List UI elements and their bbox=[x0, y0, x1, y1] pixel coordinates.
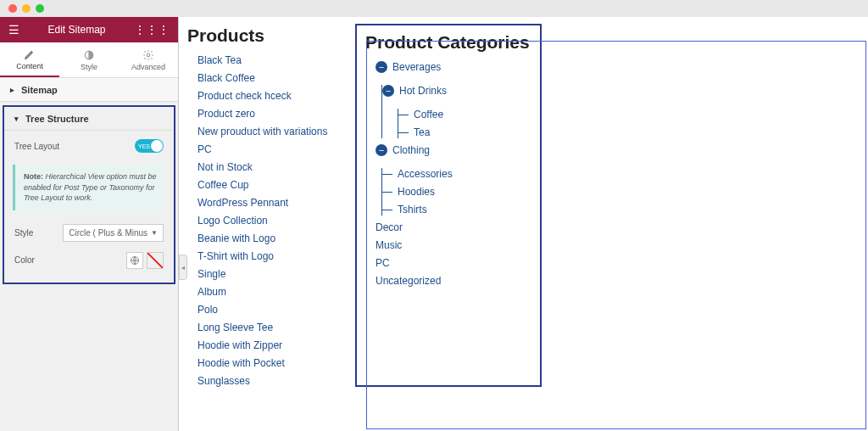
list-item[interactable]: Sunglasses bbox=[198, 375, 355, 387]
tab-content-label: Content bbox=[16, 62, 43, 70]
style-row: Style Circle ( Plus & Minus ▼ bbox=[4, 219, 174, 247]
accordion-sitemap[interactable]: ▸ Sitemap bbox=[0, 78, 178, 102]
style-select[interactable]: Circle ( Plus & Minus ▼ bbox=[63, 224, 164, 242]
pencil-icon bbox=[24, 48, 36, 60]
list-item[interactable]: Not in Stock bbox=[198, 161, 355, 173]
style-select-value: Circle ( Plus & Minus bbox=[69, 228, 147, 238]
tree-structure-panel: ▾ Tree Structure Tree Layout YES Note: H… bbox=[3, 105, 175, 284]
close-dot[interactable] bbox=[8, 4, 17, 13]
menu-icon[interactable]: ☰ bbox=[8, 23, 19, 36]
list-item[interactable]: Logo Collection bbox=[198, 215, 355, 227]
minimize-dot[interactable] bbox=[22, 4, 31, 13]
preview-canvas: ◂ Products Black TeaBlack CoffeeProduct … bbox=[179, 17, 868, 431]
list-item[interactable]: Long Sleeve Tee bbox=[198, 322, 355, 333]
chevron-down-icon: ▾ bbox=[14, 115, 19, 123]
tree-node-label[interactable]: Beverages bbox=[392, 61, 441, 73]
list-item[interactable]: New prouduct with variations bbox=[198, 126, 355, 137]
list-item[interactable]: PC bbox=[198, 143, 355, 155]
tab-advanced-label: Advanced bbox=[131, 63, 165, 71]
products-column: Products Black TeaBlack CoffeeProduct ch… bbox=[187, 17, 355, 387]
accordion-sitemap-label: Sitemap bbox=[21, 85, 58, 95]
gear-icon bbox=[142, 49, 154, 61]
list-item[interactable]: Product check hceck bbox=[198, 90, 355, 102]
list-item[interactable]: Hoodie with Zipper bbox=[198, 339, 355, 351]
list-item[interactable]: Black Tea bbox=[198, 54, 355, 66]
tree-layout-row: Tree Layout YES bbox=[4, 131, 174, 161]
apps-icon[interactable]: ⋮⋮⋮ bbox=[134, 23, 170, 36]
svg-point-1 bbox=[147, 53, 150, 57]
categories-heading: Product Categories bbox=[365, 32, 531, 53]
toggle-on-label: YES bbox=[138, 143, 150, 149]
tree-node: −Hot Drinks bbox=[382, 85, 531, 97]
tab-style[interactable]: Style bbox=[59, 42, 119, 77]
sidebar-header: ☰ Edit Sitemap ⋮⋮⋮ bbox=[0, 17, 178, 42]
accordion-tree-label: Tree Structure bbox=[25, 114, 89, 124]
no-color-swatch[interactable] bbox=[147, 252, 164, 269]
list-item[interactable]: T-Shirt with Logo bbox=[198, 250, 355, 262]
list-item[interactable]: Album bbox=[198, 286, 355, 298]
categories-column: Product Categories −Beverages−Hot Drinks… bbox=[355, 24, 542, 387]
note-label: Note: bbox=[24, 172, 43, 181]
list-item[interactable]: Black Coffee bbox=[198, 72, 355, 84]
panel-title: Edit Sitemap bbox=[47, 24, 105, 36]
list-item[interactable]: Music bbox=[376, 239, 531, 251]
tree-children: CoffeeTea bbox=[398, 109, 531, 138]
collapse-sidebar-handle[interactable]: ◂ bbox=[179, 255, 187, 280]
tab-advanced[interactable]: Advanced bbox=[119, 42, 178, 77]
color-row: Color bbox=[4, 247, 174, 274]
products-list: Black TeaBlack CoffeeProduct check hceck… bbox=[187, 54, 355, 387]
globe-icon bbox=[130, 255, 140, 266]
accordion-tree[interactable]: ▾ Tree Structure bbox=[4, 107, 174, 131]
zoom-dot[interactable] bbox=[36, 4, 44, 13]
tree-leaf[interactable]: Tea bbox=[398, 126, 531, 138]
window-chrome bbox=[0, 0, 868, 17]
chevron-right-icon: ▸ bbox=[10, 86, 14, 94]
tree-children: AccessoriesHoodiesTshirts bbox=[381, 168, 531, 216]
tree-leaf[interactable]: Coffee bbox=[398, 109, 531, 120]
tab-content[interactable]: Content bbox=[0, 42, 59, 77]
list-item[interactable]: Polo bbox=[198, 304, 355, 316]
note-box: Note: Hierarchical View option must be e… bbox=[13, 165, 165, 210]
editor-sidebar: ☰ Edit Sitemap ⋮⋮⋮ Content Style Advance… bbox=[0, 17, 179, 431]
list-item[interactable]: Decor bbox=[376, 221, 531, 233]
tree-layout-label: Tree Layout bbox=[14, 142, 59, 151]
panel-tabs: Content Style Advanced bbox=[0, 42, 178, 78]
list-item[interactable]: WordPress Pennant bbox=[198, 197, 355, 209]
list-item[interactable]: Hoodie with Pocket bbox=[198, 357, 355, 369]
tree-leaf[interactable]: Accessories bbox=[382, 168, 531, 180]
collapse-icon[interactable]: − bbox=[382, 85, 394, 97]
products-heading: Products bbox=[187, 25, 355, 46]
global-color-swatch[interactable] bbox=[126, 252, 143, 269]
tree-leaf[interactable]: Tshirts bbox=[382, 204, 531, 216]
collapse-icon[interactable]: − bbox=[376, 61, 387, 73]
list-item[interactable]: Single bbox=[198, 268, 355, 280]
color-label: Color bbox=[14, 255, 35, 265]
tree-node-label[interactable]: Hot Drinks bbox=[399, 85, 447, 97]
toggle-knob bbox=[151, 140, 163, 152]
list-item[interactable]: Coffee Cup bbox=[198, 179, 355, 191]
style-label: Style bbox=[14, 228, 33, 238]
tree-children: −Hot DrinksCoffeeTea bbox=[381, 85, 531, 138]
tree-node: −Clothing bbox=[376, 144, 531, 156]
list-item[interactable]: PC bbox=[376, 257, 531, 269]
list-item[interactable]: Beanie with Logo bbox=[198, 232, 355, 244]
tree-node-label[interactable]: Clothing bbox=[392, 144, 430, 156]
chevron-down-icon: ▼ bbox=[151, 229, 158, 237]
categories-tree: −Beverages−Hot DrinksCoffeeTea−ClothingA… bbox=[365, 61, 531, 287]
list-item[interactable]: Uncategorized bbox=[376, 275, 531, 287]
note-text: Hierarchical View option must be enabled… bbox=[24, 172, 156, 202]
list-item[interactable]: Product zero bbox=[198, 108, 355, 120]
tree-leaf[interactable]: Hoodies bbox=[382, 186, 531, 198]
tab-style-label: Style bbox=[81, 63, 97, 71]
tree-layout-toggle[interactable]: YES bbox=[135, 139, 164, 153]
contrast-icon bbox=[83, 49, 95, 61]
collapse-icon[interactable]: − bbox=[376, 144, 387, 156]
tree-node: −Beverages bbox=[376, 61, 531, 73]
